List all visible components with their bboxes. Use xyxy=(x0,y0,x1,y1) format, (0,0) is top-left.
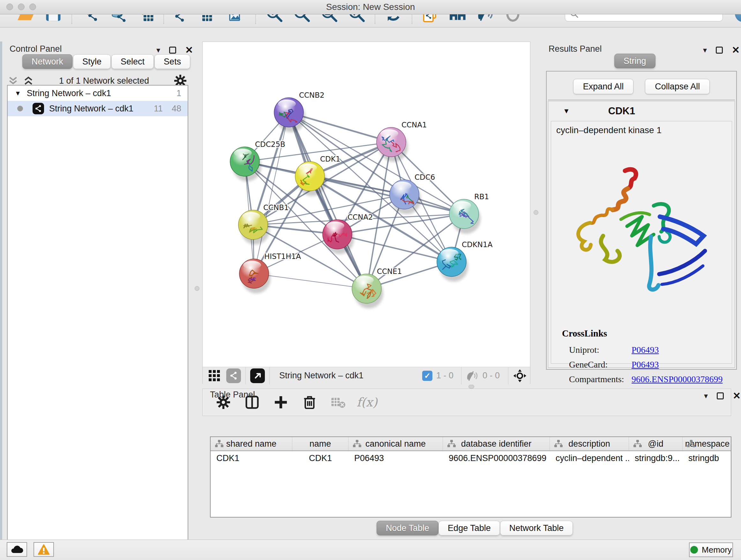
column-header-shared-name[interactable]: shared name xyxy=(211,437,292,450)
node-description: cyclin–dependent kinase 1 xyxy=(556,125,662,135)
float-panel-icon[interactable] xyxy=(716,47,723,54)
vertical-splitter-grip[interactable] xyxy=(195,286,199,291)
grid-view-icon[interactable] xyxy=(207,366,222,386)
cell-id[interactable]: stringdb:9... xyxy=(629,453,683,463)
crosslink-label: GeneCard: xyxy=(569,360,631,370)
tab-node-table[interactable]: Node Table xyxy=(377,521,439,536)
crosslink-label: Compartments: xyxy=(569,374,631,384)
crosslinks-title: CrossLinks xyxy=(562,328,607,339)
expand-all-button[interactable]: Expand All xyxy=(573,79,634,94)
collapse-all-icon[interactable] xyxy=(8,75,18,86)
float-panel-icon[interactable] xyxy=(717,392,724,399)
crosslink-link[interactable]: 9606.ENSP00000378699 xyxy=(631,374,723,384)
tab-style[interactable]: Style xyxy=(73,54,111,69)
svg-text:CDC6: CDC6 xyxy=(414,173,435,181)
column-tree-icon xyxy=(554,440,563,448)
tab-network[interactable]: Network xyxy=(22,54,72,69)
close-panel-icon[interactable]: ✕ xyxy=(732,45,740,55)
column-header-name[interactable]: name xyxy=(292,437,348,450)
network-share-view-icon[interactable] xyxy=(226,368,241,383)
close-panel-icon[interactable]: ✕ xyxy=(185,45,193,55)
tab-string[interactable]: String xyxy=(614,54,656,68)
column-header-namespace[interactable]: namespace xyxy=(683,437,731,450)
selected-count-checkbox-icon[interactable]: ✓ xyxy=(422,371,432,381)
cell-name[interactable]: CDK1 xyxy=(292,453,348,463)
memory-button[interactable]: Memory xyxy=(689,543,733,557)
network-status-dot-icon xyxy=(17,106,23,111)
network-view-toolbar: String Network – cdk1 ✓ 1 - 0 0 - 0 xyxy=(203,367,530,384)
node-table[interactable]: shared name name canonical name database… xyxy=(210,436,731,517)
svg-text:CCNB2: CCNB2 xyxy=(299,91,325,99)
horizontal-splitter-grip[interactable] xyxy=(468,385,474,388)
network-node-hist1h1a[interactable]: HIST1H1A xyxy=(239,252,301,294)
section-caret-icon[interactable]: ▼ xyxy=(563,107,570,115)
svg-text:RB1: RB1 xyxy=(474,192,489,201)
tab-sets[interactable]: Sets xyxy=(154,54,190,69)
network-node-cdc25b[interactable]: CDC25B xyxy=(230,140,285,181)
network-view[interactable]: CCNB2CCNA1CDC25BCDK1CDC6RB1CCNB1CCNA2CDK… xyxy=(202,42,530,384)
tab-select[interactable]: Select xyxy=(111,54,154,69)
memory-label: Memory xyxy=(702,545,732,555)
tab-network-table[interactable]: Network Table xyxy=(500,521,573,536)
close-panel-icon[interactable]: ✕ xyxy=(733,391,741,401)
cloud-status-button[interactable] xyxy=(7,542,27,557)
cloud-icon xyxy=(10,545,23,554)
network-node-ccna1[interactable]: CCNA1 xyxy=(377,121,427,162)
svg-text:CDC25B: CDC25B xyxy=(255,140,285,148)
column-header-canonical-name[interactable]: canonical name xyxy=(348,437,443,450)
network-node-cdkn1a[interactable]: CDKN1A xyxy=(437,240,493,282)
node-name: CDK1 xyxy=(608,105,635,117)
panel-menu-icon[interactable]: ▾ xyxy=(156,46,160,54)
hidden-count: 0 - 0 xyxy=(482,371,500,381)
expand-all-icon[interactable] xyxy=(23,75,34,86)
table-row[interactable]: CDK1 CDK1 P06493 9606.ENSP00000378699 cy… xyxy=(211,451,731,465)
cell-description[interactable]: cyclin–dependent ... xyxy=(550,453,629,463)
float-panel-icon[interactable] xyxy=(169,47,176,54)
collection-count: 1 xyxy=(177,88,181,98)
window-left-edge xyxy=(0,42,2,540)
title-bar: Session: New Session xyxy=(0,0,741,14)
cell-canonical-name[interactable]: P06493 xyxy=(348,453,443,463)
panel-menu-icon[interactable]: ▾ xyxy=(703,46,707,54)
cell-database-identifier[interactable]: 9606.ENSP00000378699 xyxy=(443,453,550,463)
birds-eye-view-icon[interactable] xyxy=(250,368,265,383)
warnings-button[interactable] xyxy=(33,542,54,557)
node-result-header[interactable]: ▼ CDK1 xyxy=(548,101,735,121)
column-tree-icon xyxy=(447,440,456,448)
svg-text:CDKN1A: CDKN1A xyxy=(462,240,493,249)
column-tree-icon xyxy=(633,440,643,448)
network-collection-row[interactable]: ▼ String Network – cdk1 1 xyxy=(8,85,188,101)
panel-menu-icon[interactable]: ▾ xyxy=(704,392,708,400)
add-column-icon[interactable] xyxy=(271,392,291,412)
network-canvas[interactable]: CCNB2CCNA1CDC25BCDK1CDC6RB1CCNB1CCNA2CDK… xyxy=(203,42,531,366)
control-panel-tabs: Network Style Select Sets xyxy=(22,54,191,69)
column-header-description[interactable]: description xyxy=(550,437,629,450)
hidden-count-icon[interactable] xyxy=(466,370,479,381)
network-tree: ▼ String Network – cdk1 1 String Network… xyxy=(7,85,188,560)
tab-edge-table[interactable]: Edge Table xyxy=(439,521,500,536)
toolbar-divider xyxy=(246,367,246,384)
crosslink-link[interactable]: P06493 xyxy=(631,345,659,355)
svg-text:HIST1H1A: HIST1H1A xyxy=(264,252,301,260)
network-row-selected[interactable]: String Network – cdk1 11 48 xyxy=(8,101,188,116)
svg-text:CCNA1: CCNA1 xyxy=(401,121,427,129)
selection-status: 1 of 1 Network selected xyxy=(34,76,174,86)
svg-text:CCNE1: CCNE1 xyxy=(377,267,402,275)
network-node-ccnb2[interactable]: CCNB2 xyxy=(274,91,325,132)
network-node-ccnb1[interactable]: CCNB1 xyxy=(239,203,289,245)
protein-structure-image xyxy=(570,144,714,322)
column-header-database-identifier[interactable]: database identifier xyxy=(443,437,550,450)
pan-crosshair-icon[interactable] xyxy=(513,369,527,383)
column-header-id[interactable]: @id xyxy=(629,437,683,450)
delete-column-icon[interactable] xyxy=(300,392,320,412)
cell-namespace[interactable]: stringdb xyxy=(683,453,731,463)
network-node-rb1[interactable]: RB1 xyxy=(449,192,489,234)
cell-shared-name[interactable]: CDK1 xyxy=(211,453,292,463)
window-title: Session: New Session xyxy=(0,0,741,14)
table-toolbar: f(x) xyxy=(202,388,731,416)
vertical-splitter-grip[interactable] xyxy=(534,210,538,215)
collection-caret-icon[interactable]: ▼ xyxy=(15,90,21,97)
memory-status-icon xyxy=(690,546,698,554)
collapse-all-button[interactable]: Collapse All xyxy=(645,79,710,94)
crosslink-link[interactable]: P06493 xyxy=(631,360,659,370)
